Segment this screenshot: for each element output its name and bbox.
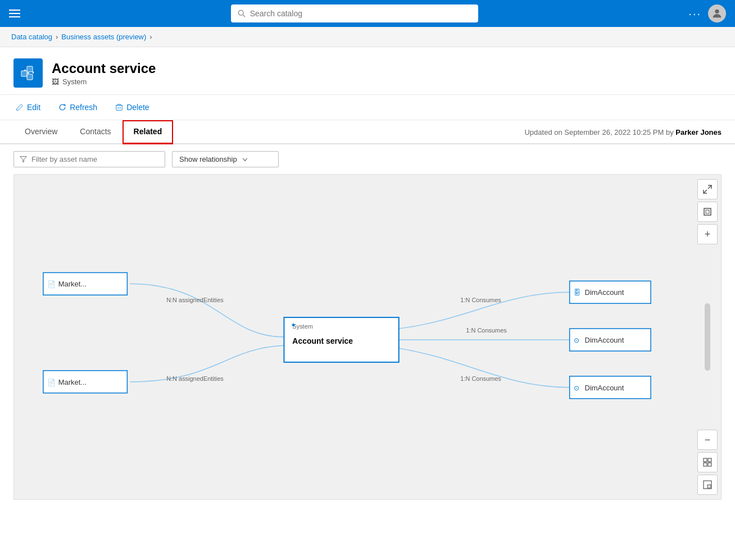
graph-canvas: N:N assignedEntities N:N assignedEntitie… [13, 174, 722, 500]
expand-icon [703, 185, 712, 194]
auto-layout-icon [703, 458, 712, 467]
right-node-1-label: DimAccount [585, 288, 624, 297]
svg-rect-30 [707, 485, 711, 488]
breadcrumb-sep1: › [56, 33, 58, 41]
search-input[interactable] [250, 9, 471, 18]
hamburger-menu-icon[interactable] [9, 10, 20, 17]
tab-overview[interactable]: Overview [13, 120, 69, 144]
search-icon [238, 10, 246, 17]
edit-label: Edit [27, 103, 40, 112]
fit-button[interactable] [697, 202, 718, 222]
right-node-3-icon: ⊙ [574, 384, 579, 392]
svg-rect-21 [704, 208, 711, 215]
updated-author: Parker Jones [675, 128, 722, 136]
filter-input-container[interactable] [13, 151, 165, 167]
asset-icon [13, 58, 43, 88]
svg-line-1 [243, 15, 245, 17]
minimap-button[interactable] [697, 475, 718, 495]
svg-rect-5 [27, 74, 33, 80]
subtitle-text: System [62, 78, 87, 86]
svg-text:N:N assignedEntities: N:N assignedEntities [166, 297, 224, 303]
svg-rect-24 [708, 458, 711, 462]
relationship-label: Show relationship [179, 155, 237, 163]
right-node-1-icon: 🗄 [574, 289, 580, 297]
filter-asset-input[interactable] [31, 155, 159, 163]
breadcrumb-datacatalog[interactable]: Data catalog [11, 33, 52, 41]
tabs-bar: Overview Contacts Related Updated on Sep… [0, 120, 735, 144]
edit-icon [16, 103, 24, 111]
relationship-select-container[interactable]: Show relationship [172, 151, 279, 167]
zoom-out-button[interactable]: − [697, 430, 718, 450]
asset-subtitle: 🖼 System [52, 78, 156, 86]
right-node-2-icon: ⊙ [574, 336, 579, 344]
left-node-2-icon: 📄 [47, 378, 56, 386]
search-bar[interactable] [231, 4, 478, 22]
svg-line-19 [708, 185, 711, 189]
scrollbar[interactable] [705, 303, 710, 371]
svg-text:1:N Consumes: 1:N Consumes [460, 297, 501, 303]
subtitle-icon: 🖼 [52, 78, 59, 86]
nav-right: ··· [688, 4, 726, 22]
refresh-icon [58, 103, 66, 111]
zoom-out-icon: − [705, 435, 711, 445]
page-header: Account service 🖼 System [0, 47, 735, 95]
auto-layout-button[interactable] [697, 452, 718, 472]
zoom-in-button[interactable]: + [697, 224, 718, 244]
filter-icon [20, 156, 27, 163]
delete-button[interactable]: Delete [113, 99, 151, 115]
filter-bar: Show relationship [0, 144, 735, 174]
right-node-3-label: DimAccount [585, 384, 624, 392]
svg-text:1:N Consumes: 1:N Consumes [466, 327, 507, 334]
left-node-1-label: Market... [58, 280, 87, 288]
delete-icon [115, 103, 123, 111]
svg-text:1:N Consumes: 1:N Consumes [460, 375, 501, 382]
breadcrumb-sep2: › [149, 33, 152, 41]
center-puzzle-icon: ✦ [291, 321, 296, 329]
user-icon [711, 7, 723, 20]
breadcrumb-businessassets[interactable]: Business assets (preview) [61, 33, 146, 41]
toolbar: Edit Refresh Delete [0, 95, 735, 120]
svg-rect-22 [706, 210, 709, 213]
puzzle-icon [19, 64, 37, 82]
top-navigation: ··· [0, 0, 735, 27]
expand-button[interactable] [697, 179, 718, 199]
refresh-label: Refresh [70, 103, 97, 112]
center-node-label: Account service [292, 336, 353, 345]
svg-line-20 [704, 190, 707, 193]
svg-rect-26 [708, 463, 711, 466]
relationship-graph[interactable]: N:N assignedEntities N:N assignedEntitie… [14, 175, 694, 499]
svg-rect-6 [116, 106, 122, 111]
refresh-button[interactable]: Refresh [56, 99, 99, 115]
right-node-2-label: DimAccount [585, 336, 624, 344]
svg-rect-25 [704, 463, 707, 466]
asset-title: Account service [52, 61, 156, 76]
asset-title-block: Account service 🖼 System [52, 61, 156, 86]
tab-contacts[interactable]: Contacts [69, 120, 122, 144]
svg-text:N:N assignedEntities: N:N assignedEntities [166, 375, 224, 382]
fit-icon [703, 207, 712, 216]
zoom-in-icon: + [705, 229, 711, 239]
edit-button[interactable]: Edit [13, 99, 43, 115]
svg-point-2 [715, 10, 719, 13]
svg-marker-13 [20, 157, 26, 162]
tab-related[interactable]: Related [122, 120, 174, 144]
updated-text: Updated on September 26, 2022 10:25 PM b… [524, 128, 675, 136]
delete-label: Delete [126, 103, 149, 112]
svg-rect-23 [704, 458, 707, 462]
breadcrumb: Data catalog › Business assets (preview)… [0, 27, 735, 47]
left-node-1-icon: 📄 [47, 280, 56, 288]
left-node-2-label: Market... [58, 378, 87, 386]
svg-point-0 [238, 10, 243, 15]
minimap-icon [703, 480, 712, 489]
tabs-left: Overview Contacts Related [13, 120, 173, 143]
graph-controls: + − [694, 175, 721, 499]
svg-rect-3 [21, 71, 27, 76]
svg-rect-4 [27, 66, 33, 72]
chevron-down-icon [242, 156, 248, 163]
avatar[interactable] [708, 4, 726, 22]
tabs-updated-info: Updated on September 26, 2022 10:25 PM b… [524, 128, 722, 143]
more-options-icon[interactable]: ··· [688, 7, 701, 20]
